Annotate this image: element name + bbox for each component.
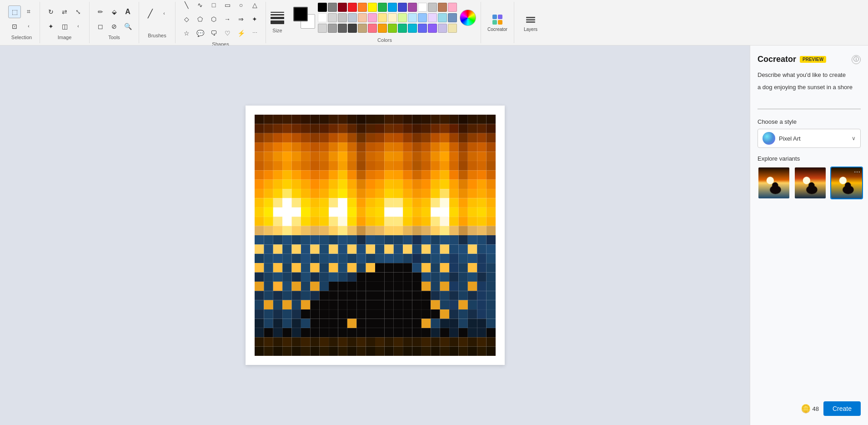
color-white[interactable] <box>418 3 427 12</box>
style-section: Choose a style Pixel Art ∨ <box>758 118 861 148</box>
color-picker-button[interactable] <box>460 10 476 26</box>
toolbar: ⬚ ⌗ ⊡ ‹ Selection ↻ ⇄ ⤡ ✦ ◫ ‹ Image <box>0 0 868 46</box>
zoom-tool[interactable]: 🔍 <box>121 20 134 33</box>
variant-1[interactable] <box>758 167 790 199</box>
color-g3[interactable] <box>328 24 337 33</box>
color-orange[interactable] <box>358 3 367 12</box>
cocreator-button[interactable]: Cocreator <box>487 12 508 34</box>
star4-shape[interactable]: ✦ <box>248 13 261 25</box>
color-red[interactable] <box>348 3 357 12</box>
color-p2[interactable] <box>368 13 377 22</box>
shapes-more[interactable]: ⋯ <box>248 27 261 40</box>
rect-r-shape[interactable]: ▭ <box>221 0 234 11</box>
selection-label: Selection <box>11 35 32 40</box>
layers-button[interactable]: Layers <box>520 12 542 34</box>
svg-rect-2 <box>492 20 497 25</box>
describe-input[interactable]: a dog enjoying the sunset in a shore <box>758 82 861 109</box>
curve-shape[interactable]: ∿ <box>194 0 206 11</box>
arrow-r-shape[interactable]: → <box>221 13 234 25</box>
heart-shape[interactable]: ♡ <box>221 27 234 40</box>
resize-tool[interactable]: ⤡ <box>72 5 85 18</box>
color-s3[interactable] <box>358 24 367 33</box>
diamond-shape[interactable]: ◇ <box>180 13 193 25</box>
lightning-shape[interactable]: ⚡ <box>235 27 247 40</box>
color-t3[interactable] <box>348 24 357 33</box>
pencil-tool[interactable]: ✏ <box>94 5 107 18</box>
info-icon[interactable]: ⓘ <box>852 55 861 64</box>
drawing-canvas[interactable] <box>255 115 496 356</box>
ai-tool[interactable]: ✦ <box>45 20 57 33</box>
primary-color[interactable] <box>293 7 308 21</box>
color-blue[interactable] <box>388 3 397 12</box>
color-p3[interactable] <box>368 24 377 33</box>
color-cy3[interactable] <box>408 24 417 33</box>
color-x1[interactable] <box>438 13 447 22</box>
color-yl3[interactable] <box>388 24 397 33</box>
color-gr3[interactable] <box>398 24 407 33</box>
brush-chevron[interactable]: ‹ <box>158 7 171 20</box>
color-pink[interactable] <box>448 3 457 12</box>
color-b2[interactable] <box>338 13 347 22</box>
color-s2[interactable] <box>358 13 367 22</box>
color-bl2[interactable] <box>418 13 427 22</box>
select-free-tool[interactable]: ⌗ <box>22 5 35 18</box>
hex-shape[interactable]: ⬡ <box>207 13 220 25</box>
rotate-tool[interactable]: ↻ <box>45 5 57 18</box>
color-x3[interactable] <box>438 24 447 33</box>
flip-tool[interactable]: ⇄ <box>58 5 71 18</box>
shapes-group: ╲ ∿ □ ▭ ○ △ ◇ ⬠ ⬡ → ⇒ ✦ ☆ 💬 🗨 ♡ ⚡ <box>176 2 266 43</box>
color-darkred[interactable] <box>338 3 347 12</box>
color-cy2[interactable] <box>408 13 417 22</box>
erase-tool[interactable]: ◫ <box>58 20 71 33</box>
color-w2[interactable] <box>318 13 327 22</box>
rect-shape[interactable]: □ <box>207 0 220 11</box>
select-more-tool[interactable]: ⊡ <box>8 20 21 33</box>
eraser-tool[interactable]: ◻ <box>94 20 107 33</box>
colors-section: Colors <box>289 2 481 43</box>
color-yl2[interactable] <box>388 13 397 22</box>
color-yellow[interactable] <box>368 3 377 12</box>
color-gray[interactable] <box>328 3 337 12</box>
color-vl2[interactable] <box>428 13 437 22</box>
select-chevron[interactable]: ‹ <box>22 20 35 33</box>
color-y3[interactable] <box>378 24 387 33</box>
color-x4[interactable] <box>448 24 457 33</box>
color-brown[interactable] <box>438 3 447 12</box>
size-selector[interactable] <box>271 12 284 24</box>
color-y2[interactable] <box>378 13 387 22</box>
callout2-shape[interactable]: 🗨 <box>207 27 220 40</box>
color-r3[interactable] <box>318 24 327 33</box>
picker-tool[interactable]: ⊘ <box>108 20 120 33</box>
color-indigo[interactable] <box>398 3 407 12</box>
fill-tool[interactable]: ⬙ <box>108 5 120 18</box>
color-gr2[interactable] <box>398 13 407 22</box>
color-vl3[interactable] <box>428 24 437 33</box>
color-bl3[interactable] <box>418 24 427 33</box>
color-x2[interactable] <box>448 13 457 22</box>
credit-icon: 🪙 <box>801 404 811 414</box>
variant-more-icon[interactable]: ⋯ <box>854 168 860 176</box>
callout-shape[interactable]: 💬 <box>194 27 206 40</box>
color-black[interactable] <box>318 3 327 12</box>
line-shape[interactable]: ╲ <box>180 0 193 11</box>
select-rect-tool[interactable]: ⬚ <box>8 5 21 18</box>
ellipse-shape[interactable]: ○ <box>235 0 247 11</box>
variant-2[interactable] <box>794 167 827 199</box>
color-row-2 <box>318 13 457 22</box>
color-lgray[interactable] <box>428 3 437 12</box>
image-chevron[interactable]: ‹ <box>72 20 85 33</box>
color-b3[interactable] <box>338 24 347 33</box>
color-green[interactable] <box>378 3 387 12</box>
star-shape[interactable]: ☆ <box>180 27 193 40</box>
color-t2[interactable] <box>348 13 357 22</box>
pentagon-shape[interactable]: ⬠ <box>194 13 206 25</box>
color-purple[interactable] <box>408 3 417 12</box>
brush-select[interactable]: ╱ <box>144 7 156 20</box>
style-dropdown[interactable]: Pixel Art ∨ <box>758 129 861 148</box>
arrow-shape[interactable]: ⇒ <box>235 13 247 25</box>
create-button[interactable]: Create <box>823 401 861 416</box>
text-tool[interactable]: A <box>121 5 134 18</box>
tri-shape[interactable]: △ <box>248 0 261 11</box>
color-g2[interactable] <box>328 13 337 22</box>
variant-3[interactable]: ⋯ <box>830 167 863 199</box>
